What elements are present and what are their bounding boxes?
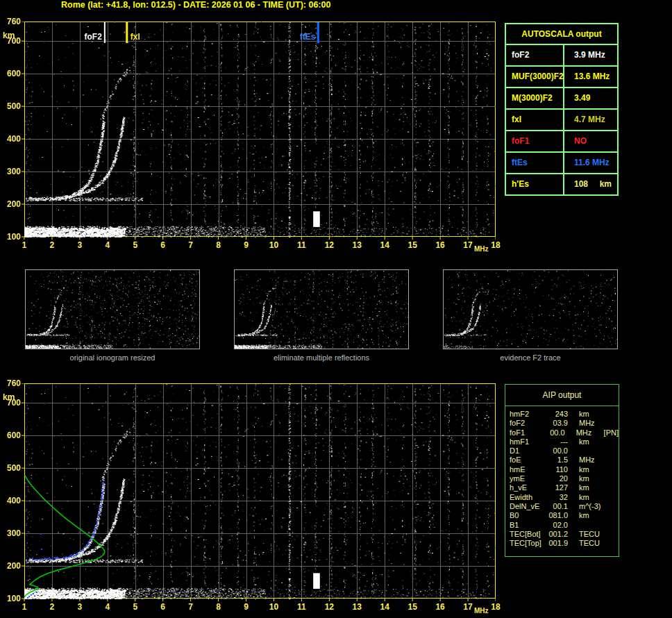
aip-value: 001.2	[547, 530, 568, 539]
y-tick-label: 760	[0, 378, 21, 388]
aip-row: B102.0	[510, 521, 619, 530]
thumbnail-caption: original ionogram resized	[25, 353, 200, 362]
thumbnail-caption: eliminate multiple reflections	[234, 353, 409, 362]
aip-label: foF1	[510, 428, 545, 437]
x-tick-label: 13	[348, 602, 365, 612]
aip-row: DelN_vE00.1m^(-3)	[510, 502, 619, 511]
aip-label: ymE	[510, 474, 547, 483]
x-tick-label: 8	[210, 240, 227, 250]
parameter-value: NO	[564, 131, 617, 151]
aip-label: DelN_vE	[510, 502, 547, 511]
aip-value: 081.0	[547, 511, 568, 520]
aip-unit: km	[579, 493, 607, 502]
y-tick-label: 400	[0, 496, 21, 506]
aip-unit: m^(-3)	[579, 502, 607, 511]
aip-unit: TECU	[579, 530, 607, 539]
aip-value: 00.0	[547, 446, 568, 456]
y-tick-label: 760	[0, 17, 21, 26]
aip-unit	[579, 446, 607, 456]
marker-label-ftEs: ftEs	[293, 32, 315, 42]
x-tick-label: 18	[487, 240, 504, 250]
aip-row: Ewidth32km	[510, 493, 619, 502]
aip-unit: MHz	[576, 428, 603, 437]
x-tick-label: 1	[16, 240, 33, 250]
x-tick-label: 9	[238, 240, 255, 250]
parameter-label: MUF(3000)F2	[506, 67, 564, 87]
aip-label: foF2	[510, 419, 547, 428]
parameter-value: 108 km	[564, 174, 617, 194]
aip-row: TEC[Bot]001.2TECU	[510, 530, 619, 539]
y-axis-unit-label: km	[3, 392, 15, 402]
thumbnail-eliminate-reflections	[234, 269, 409, 349]
x-tick-label: 5	[127, 240, 144, 250]
aip-row: foF100.0MHz[PN]	[510, 428, 619, 437]
x-tick-label: 9	[238, 602, 255, 612]
x-tick-label: 6	[155, 240, 171, 250]
y-axis-unit-label: km	[3, 31, 15, 40]
x-tick-label: 15	[404, 602, 421, 612]
aip-label: h_vE	[510, 483, 547, 492]
x-tick-label: 5	[127, 602, 144, 612]
y-tick-label: 200	[0, 199, 21, 209]
aip-row: hmF2243km	[510, 410, 619, 419]
y-tick-label: 300	[0, 528, 21, 538]
aip-note: [PN]	[604, 428, 619, 437]
aip-value: 32	[547, 493, 568, 502]
thumbnail-original-ionogram	[25, 269, 200, 349]
parameter-label: foF1	[506, 131, 564, 151]
aip-value: 00.0	[545, 428, 564, 437]
x-tick-label: 13	[348, 240, 365, 250]
x-tick-label: 6	[155, 602, 171, 612]
aip-row: foF203.9MHz	[510, 419, 619, 428]
top-ionogram-canvas	[19, 22, 496, 240]
aip-row: foE1.5MHz	[510, 456, 619, 465]
x-tick-label: 4	[99, 602, 116, 612]
x-tick-label: 16	[432, 240, 448, 250]
thumbnail-evidence-f2-trace	[443, 269, 618, 349]
parameter-value: 3.9 MHz	[564, 45, 617, 65]
x-tick-label: 2	[44, 602, 60, 612]
aip-label: D1	[510, 446, 547, 456]
aip-table-header: AIP output	[505, 385, 619, 406]
thumbnail-canvas	[444, 270, 617, 349]
aip-value: 20	[547, 474, 568, 483]
aip-unit: TECU	[579, 539, 607, 548]
autoscala-row: fxI4.7 MHz	[506, 110, 617, 131]
parameter-label: fxI	[506, 110, 564, 130]
aip-label: foE	[510, 456, 547, 465]
aip-row: h_vE127km	[510, 483, 619, 492]
x-tick-label: 10	[265, 240, 282, 250]
y-tick-label: 600	[0, 431, 21, 440]
x-tick-label: 1	[16, 602, 33, 612]
aip-unit	[579, 521, 607, 530]
aip-unit: MHz	[579, 456, 607, 465]
y-tick-label: 500	[0, 101, 21, 111]
x-tick-label: 16	[432, 602, 448, 612]
aip-unit: km	[579, 511, 607, 520]
thumbnail-canvas	[235, 270, 408, 349]
autoscala-row: h'Es108 km	[506, 174, 617, 194]
aip-value: 127	[547, 483, 568, 492]
autoscala-row: foF1NO	[506, 131, 617, 153]
aip-value: ---	[547, 437, 568, 446]
aip-value: 00.1	[547, 502, 568, 511]
aip-value: 03.9	[547, 419, 568, 428]
aip-row: TEC[Top]001.9TECU	[510, 539, 619, 548]
autoscala-row: MUF(3000)F213.6 MHz	[506, 67, 617, 88]
aip-unit: km	[579, 437, 607, 446]
aip-row: hmE110km	[510, 465, 619, 474]
autoscala-row: foF23.9 MHz	[506, 45, 617, 67]
aip-label: Ewidth	[510, 493, 547, 502]
aip-row: ymE20km	[510, 474, 619, 483]
x-tick-label: 18	[487, 602, 504, 612]
x-axis-unit-label: MHz	[474, 245, 489, 253]
aip-unit: MHz	[579, 419, 607, 428]
y-tick-label: 500	[0, 463, 21, 473]
aip-label: hmF2	[510, 410, 547, 419]
aip-label: hmF1	[510, 437, 547, 446]
aip-value: 110	[547, 465, 568, 474]
aip-value: 02.0	[547, 521, 568, 530]
aip-value: 001.9	[547, 539, 568, 548]
x-tick-label: 12	[321, 602, 337, 612]
parameter-label: h'Es	[506, 174, 564, 194]
